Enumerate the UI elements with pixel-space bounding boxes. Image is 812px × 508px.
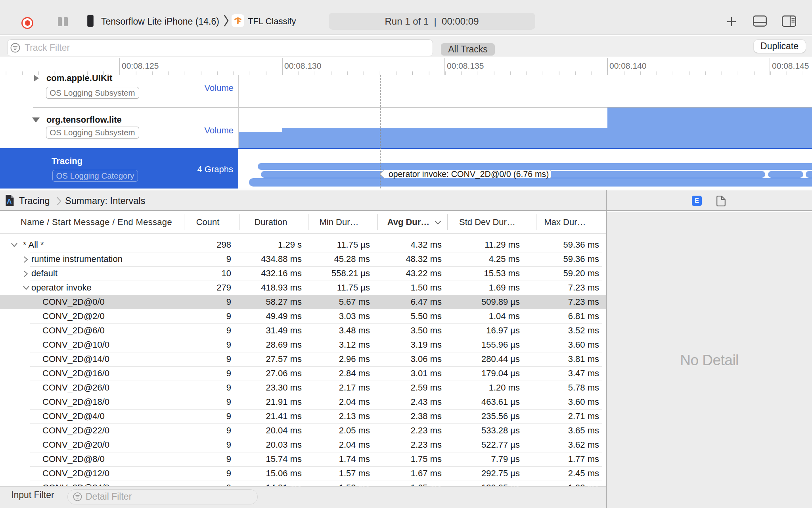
svg-text:A: A bbox=[7, 198, 11, 205]
